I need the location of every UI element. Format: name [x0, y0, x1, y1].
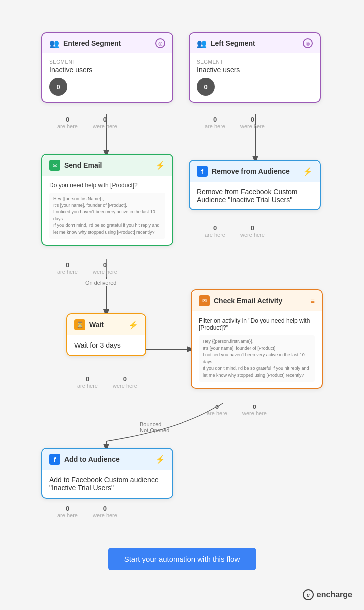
- bolt-green-icon: ⚡: [155, 161, 165, 170]
- remove-audience-header: f Remove from Audience ⚡: [190, 161, 320, 182]
- send-email-title: Send Email: [64, 161, 102, 169]
- left-segment-label: SEGMENT: [197, 59, 313, 65]
- left-segment-title: Left Segment: [211, 39, 255, 47]
- check-are-here-label: are here: [207, 410, 227, 416]
- check-email-desc: Filter on activity in "Do you need help …: [199, 317, 315, 331]
- email-preview: Hey {{person.firstName}}, It's [your nam…: [49, 193, 165, 239]
- check-email-header: ✉ Check Email Activity ≡: [192, 290, 322, 311]
- entered-segment-stats: 0 are here 0 were here: [57, 116, 117, 129]
- email-subject: Do you need help with [Product]?: [49, 182, 165, 189]
- check-email-body: Filter on activity in "Do you need help …: [192, 311, 322, 388]
- left-segment-body: SEGMENT Inactive users 0: [190, 53, 320, 102]
- add-were-here-num: 0: [103, 505, 107, 512]
- wait-stats: 0 are here 0 were here: [77, 375, 137, 389]
- users-icon: 👥: [49, 39, 59, 48]
- filter-icon: ≡: [310, 297, 315, 305]
- send-were-here-label: were here: [93, 269, 117, 275]
- wait-are-here-num: 0: [86, 375, 89, 383]
- bolt-add-icon: ⚡: [155, 455, 165, 464]
- remove-audience-title: Remove from Audience: [212, 167, 290, 175]
- check-email-title: Check Email Activity: [214, 297, 282, 305]
- entered-are-here-label: are here: [57, 123, 78, 129]
- flow-canvas: 👥 Entered Segment ◎ SEGMENT Inactive use…: [0, 0, 364, 610]
- wait-body: Wait for 3 days: [67, 335, 145, 355]
- left-segment-stats: 0 are here 0 were here: [205, 116, 265, 129]
- left-were-here-num: 0: [251, 116, 254, 123]
- left-segment-count: 0: [197, 78, 215, 96]
- check-were-here-num: 0: [253, 403, 256, 410]
- wait-hourglass-icon: ⏳: [74, 319, 85, 330]
- remove-audience-stats: 0 are here 0 were here: [205, 224, 265, 238]
- entered-segment-name: Inactive users: [49, 66, 165, 74]
- send-are-here-label: are here: [57, 269, 78, 275]
- add-are-here-num: 0: [66, 505, 69, 512]
- bolt-blue-icon: ⚡: [303, 167, 313, 176]
- remove-audience-card[interactable]: f Remove from Audience ⚡ Remove from Fac…: [189, 160, 321, 210]
- target-icon: ◎: [155, 38, 165, 48]
- send-email-stats: 0 are here 0 were here: [57, 261, 117, 275]
- send-email-header: ✉ Send Email ⚡: [42, 155, 172, 176]
- entered-were-here-label: were here: [93, 123, 117, 129]
- add-audience-body: Add to Facebook Custom audience "Inactiv…: [42, 470, 172, 498]
- email-icon: ✉: [49, 160, 60, 171]
- wait-card[interactable]: ⏳ Wait ⚡ Wait for 3 days: [66, 313, 146, 356]
- wait-are-here-label: are here: [77, 383, 98, 389]
- check-email-preview: Hey {{person.firstName}}, It's [your nam…: [199, 335, 315, 382]
- left-segment-name: Inactive users: [197, 66, 313, 74]
- remove-audience-body: Remove from Facebook Custom Audience "In…: [190, 182, 320, 209]
- segment-label: SEGMENT: [49, 59, 165, 65]
- bounced-label: Bounced Not Opened: [140, 421, 169, 433]
- wait-were-here-num: 0: [123, 375, 127, 383]
- add-are-here-label: are here: [57, 512, 78, 518]
- remove-are-here-label: are here: [205, 232, 225, 238]
- add-audience-title: Add to Audience: [64, 455, 120, 463]
- wait-header: ⏳ Wait ⚡: [67, 314, 145, 335]
- check-are-here-num: 0: [215, 403, 219, 410]
- encharge-logo: e encharge: [303, 589, 352, 600]
- left-target-icon: ◎: [303, 38, 313, 48]
- on-delivered-label: On delivered: [83, 279, 118, 286]
- add-audience-card[interactable]: f Add to Audience ⚡ Add to Facebook Cust…: [41, 448, 173, 499]
- left-segment-card[interactable]: 👥 Left Segment ◎ SEGMENT Inactive users …: [189, 32, 321, 103]
- entered-segment-body: SEGMENT Inactive users 0: [42, 53, 172, 102]
- remove-were-here-num: 0: [251, 224, 254, 232]
- send-were-here-num: 0: [103, 261, 107, 269]
- wait-title: Wait: [89, 321, 104, 329]
- encharge-icon: e: [303, 589, 314, 600]
- add-were-here-label: were here: [93, 512, 117, 518]
- wait-description: Wait for 3 days: [74, 341, 138, 349]
- left-segment-header: 👥 Left Segment ◎: [190, 33, 320, 53]
- add-audience-stats: 0 are here 0 were here: [57, 505, 117, 518]
- left-are-here-num: 0: [213, 116, 217, 123]
- send-are-here-num: 0: [66, 261, 69, 269]
- entered-segment-header: 👥 Entered Segment ◎: [42, 33, 172, 53]
- remove-were-here-label: were here: [240, 232, 265, 238]
- left-users-icon: 👥: [197, 39, 207, 48]
- check-were-here-label: were here: [242, 410, 267, 416]
- check-email-icon: ✉: [199, 295, 210, 306]
- entered-segment-count: 0: [49, 78, 67, 96]
- left-are-here-label: are here: [205, 123, 225, 129]
- entered-segment-title: Entered Segment: [63, 39, 121, 47]
- entered-segment-card[interactable]: 👥 Entered Segment ◎ SEGMENT Inactive use…: [41, 32, 173, 103]
- fb-remove-icon: f: [197, 166, 208, 177]
- check-email-stats: 0 are here 0 were here: [207, 403, 267, 416]
- entered-were-here-num: 0: [103, 116, 107, 123]
- check-email-card[interactable]: ✉ Check Email Activity ≡ Filter on activ…: [191, 289, 323, 389]
- send-email-body: Do you need help with [Product]? Hey {{p…: [42, 176, 172, 245]
- encharge-name: encharge: [317, 590, 352, 599]
- fb-add-icon: f: [49, 454, 60, 465]
- bolt-wait-icon: ⚡: [128, 320, 138, 330]
- send-email-card[interactable]: ✉ Send Email ⚡ Do you need help with [Pr…: [41, 154, 173, 246]
- wait-were-here-label: were here: [113, 383, 137, 389]
- add-audience-header: f Add to Audience ⚡: [42, 449, 172, 470]
- start-automation-button[interactable]: Start your automation with this flow: [108, 548, 256, 570]
- remove-audience-desc: Remove from Facebook Custom Audience "In…: [197, 188, 313, 203]
- entered-are-here-num: 0: [66, 116, 69, 123]
- left-were-here-label: were here: [240, 123, 265, 129]
- add-audience-desc: Add to Facebook Custom audience "Inactiv…: [49, 476, 165, 492]
- remove-are-here-num: 0: [213, 224, 217, 232]
